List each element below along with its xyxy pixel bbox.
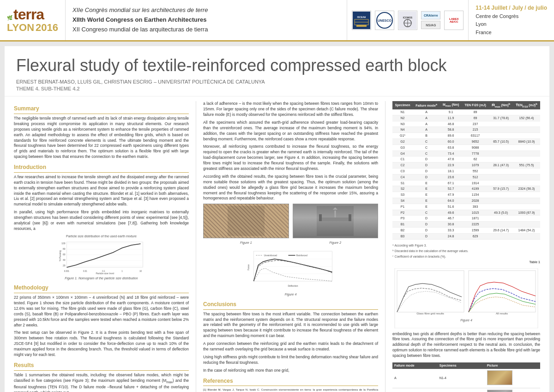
svg-text:Particle size (mm): Particle size (mm) (96, 272, 114, 274)
svg-text:Figure 4: Figure 4 (460, 319, 472, 322)
psd-chart-title: Particle size distribution of the used e… (14, 234, 189, 239)
congress-titles: XIIe Congrès mondial sur les architectur… (66, 0, 347, 40)
table-row: N1A9.189 (392, 109, 540, 115)
congress-line-3: XII Congreso mundial de las arquitectura… (72, 25, 340, 35)
table-row: C3D18.1552 (392, 169, 540, 175)
svg-text:ISCEAH: ISCEAH (357, 16, 366, 18)
failure-mode-table: Failure mode Specimens Picture A N1-4 (392, 362, 540, 392)
logo-year: 2016 (36, 22, 58, 34)
paper-theme: THEME 4. SUB-THEME 4.2 (16, 86, 538, 91)
table-row: P2C49.6101549.3 (5.0)1093 (67.9) (392, 210, 540, 216)
table-row: N2A11.96931.7 (78.8)152 (56.4) (392, 115, 540, 121)
col2-text3: Moreover, all reinforcing systems contri… (203, 144, 378, 171)
svg-text:% Passing: % Passing (59, 250, 61, 261)
introduction-heading: Introduction (14, 163, 189, 173)
results-text: Table 1 summarises the obtained results,… (14, 373, 189, 392)
conclusions-text4: In the case of reinforcing with more tha… (203, 368, 378, 374)
svg-text:40: 40 (63, 259, 66, 261)
col-ten20: TEN F/20 (mJ) (462, 101, 489, 109)
mode-a: A (392, 369, 438, 388)
svg-text:0.01: 0.01 (83, 270, 87, 272)
nsag-logo: NS/AG (421, 21, 440, 29)
col-ten10: T̄ENF/10 (mJ)b (513, 101, 540, 109)
table-row: P3D46.71871 (392, 216, 540, 222)
pic-a (485, 369, 540, 388)
svg-text:Deflection: Deflection (288, 284, 298, 287)
table-row: B1D30.82225 (392, 222, 540, 228)
table-row: N3A46.8237 (392, 121, 540, 127)
references-list: [1] Blondet M, Vargas J, Tarque N, Iwaki… (203, 388, 378, 392)
col3-conclusions: embedding two grids at different depths … (392, 332, 540, 359)
svg-text:20: 20 (63, 264, 66, 267)
fig1-caption: Figure 1. Nomogram of the particle size … (14, 276, 189, 281)
col-mmax2: M̄max (Nm)b (489, 101, 513, 109)
table-row: G3C63.89088 (392, 145, 540, 151)
svg-text:80: 80 (63, 247, 66, 250)
table-row: P1E51.6393 (392, 204, 540, 210)
svg-text:Force: Force (247, 265, 250, 271)
org-logos: ISCEAH UNESCO ICOMOS CRAterre NS/AG (347, 0, 469, 40)
svg-text:Glass fibre grid results: Glass fibre grid results (416, 312, 444, 315)
paper-title: Flexural study of textile-reinforced com… (16, 55, 538, 75)
fail-row-b: B G2-4; P2-3 (392, 388, 540, 392)
logo-section: 🌿 terra LYON 2016 (0, 0, 66, 40)
fail-row-a: A N1-4 (392, 369, 540, 388)
craterre-logo: CRAterre (421, 11, 440, 19)
col2-text2: All the specimens which assured the eart… (203, 120, 378, 142)
svg-rect-12 (67, 242, 143, 267)
results-table: Specimen Failure modea Mmax (Nm) TEN F/2… (392, 101, 540, 239)
svg-text:Unreinforced: Unreinforced (264, 254, 277, 257)
event-venue: Centre de Congrès (476, 12, 547, 21)
introduction-text: A few researches aimed to increase the t… (14, 175, 189, 207)
figure-2-image (293, 204, 379, 238)
fig4-chart: Unreinforced Reinforced Deflection Force (203, 249, 378, 290)
column-3: Specimen Failure modea Mmax (Nm) TEN F/2… (392, 101, 540, 392)
logo-terra: terra (13, 7, 44, 22)
intro-para-2: In parallel, using high performance fibr… (14, 210, 189, 232)
col-mode: Failure mode (392, 362, 438, 369)
column-1: Summary The negligible tensile strength … (14, 101, 189, 392)
summary-text: The negligible tensile strength of ramme… (14, 116, 189, 160)
table-note-a: ᵃ According with Figure 3. (392, 243, 540, 247)
mode-b: B (392, 388, 438, 392)
col-mmax: Mmax (Nm) (440, 101, 462, 109)
pic-b (485, 388, 540, 392)
figures-row (203, 204, 378, 238)
logo-city: LYON (7, 22, 34, 34)
table-row: C4D23.6512 (392, 174, 540, 180)
references-heading: References (203, 377, 378, 386)
event-city: Lyon (476, 20, 547, 29)
figure-captions-row: Figure 1 Figure 2 (203, 241, 378, 245)
table-row: S2E52.7419957.9 (15.7)2324 (56.3) (392, 186, 540, 192)
table-note-c: ᶜ Coefficient of variation in brackets (… (392, 254, 540, 259)
svg-text:0.001: 0.001 (64, 270, 70, 272)
congress-line-2: XIIth World Congress on Earthen Architec… (72, 15, 340, 25)
svg-text:1: 1 (121, 270, 123, 272)
fig1-label: Figure 1 (203, 241, 289, 245)
paper-header: Flexural study of textile-reinforced com… (5, 46, 549, 96)
event-date: 11-14 Juillet / July / de julio (476, 4, 547, 12)
svg-rect-32 (321, 217, 349, 221)
table-row: S4E64.02028 (392, 198, 540, 204)
page-header: 🌿 terra LYON 2016 XIIe Congrès mondial s… (0, 0, 554, 42)
table-row: G1*B89.663117 (392, 133, 540, 139)
table-row: G2C60.0965265.7 (10.5)8840 (10.9) (392, 139, 540, 145)
fig4-chart-container: Unreinforced Reinforced Deflection Force… (203, 249, 378, 297)
failure-charts: Glass fibre grid results All results (392, 268, 540, 330)
conclusions-text3: Using high stiffness grids might contrib… (203, 355, 378, 366)
conclusions-text1: The spacing between fibre tows is the mo… (203, 312, 378, 339)
failure-curves-chart: Glass fibre grid results All results (392, 268, 540, 328)
congress-line-1: XIIe Congrès mondial sur les architectur… (72, 6, 340, 15)
labex-logo: LABEXAE/CC (444, 11, 464, 30)
spec-b: G2-4; P2-3 (438, 388, 485, 392)
fig2-label: Figure 2 (293, 241, 379, 245)
table-row: B2D33.3159929.6 (14.7)1484 (54.2) (392, 228, 540, 234)
table-row: S3E47.91154 (392, 192, 540, 198)
table-note-b: ᵇ Discarded data in the calculation of t… (392, 249, 540, 253)
column-2: a lack of adherence – is the most likely… (203, 101, 378, 392)
col2-text4: According with the obtained results, the… (203, 174, 378, 201)
table-row: N4A58.8215 (392, 127, 540, 133)
paper-columns: Summary The negligible tensile strength … (5, 96, 549, 392)
conclusions-heading: Conclusions (203, 301, 378, 310)
figure-1-image (203, 204, 289, 238)
